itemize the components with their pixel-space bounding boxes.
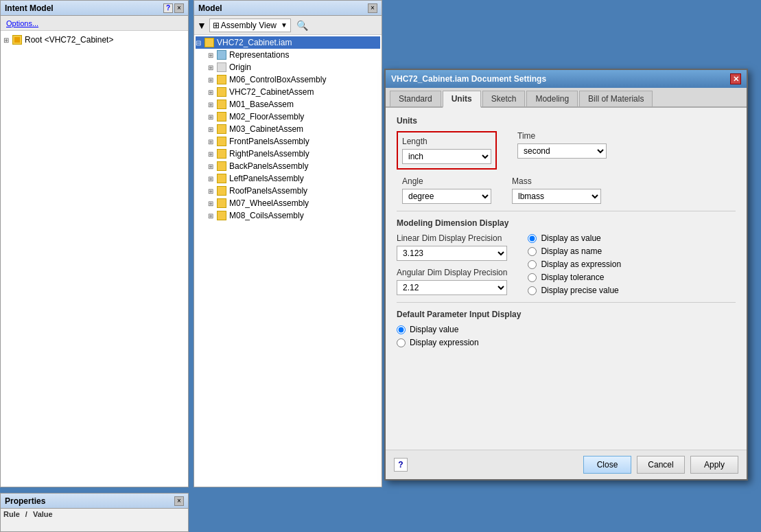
units-section-header: Units xyxy=(397,116,736,126)
document-settings-dialog: VHC72_Cabinet.iam Document Settings ✕ St… xyxy=(384,69,748,481)
cancel-btn[interactable]: Cancel xyxy=(637,456,685,474)
expand-roofpanels[interactable]: ⊞ xyxy=(208,187,216,195)
dialog-help-btn[interactable]: ? xyxy=(394,458,408,472)
options-btn[interactable]: Options... xyxy=(3,19,41,28)
wheelassembly-icon xyxy=(216,198,227,209)
tab-standard[interactable]: Standard xyxy=(390,91,441,106)
radio-display-name-label: Display as name xyxy=(541,246,602,256)
tree-item-roofpanels[interactable]: ⊞ RoofPanelsAssembly xyxy=(207,185,380,197)
tree-item-wheelassembly[interactable]: ⊞ M07_WheelAssembly xyxy=(207,197,380,209)
tree-item-rightpanels[interactable]: ⊞ RightPanelsAssembly xyxy=(207,148,380,160)
tree-item-baseassem[interactable]: ⊞ M01_BaseAssem xyxy=(207,98,380,111)
properties-titlebar: Properties × xyxy=(1,494,188,509)
tree-item-backpanels[interactable]: ⊞ BackPanelsAssembly xyxy=(207,160,380,172)
assembly-view-dropdown[interactable]: ⊞ Assembly View ▼ xyxy=(209,19,291,32)
expand-controlbox[interactable]: ⊞ xyxy=(208,76,216,84)
expand-rightpanels[interactable]: ⊞ xyxy=(208,150,216,158)
angular-dim-group: Angular Dim Display Precision 2.12 2.1 2… xyxy=(397,268,507,295)
filter-icon: ▼ xyxy=(197,20,207,31)
length-group: Length inch mm cm m ft xyxy=(397,131,497,170)
radio-display-precise: Display precise value xyxy=(528,286,621,295)
tree-item-cabinetassem2[interactable]: ⊞ M03_CabinetAssem xyxy=(207,123,380,135)
tree-item-origin[interactable]: ⊞ Origin xyxy=(207,61,380,73)
intent-model-titlebar-btns: ? × xyxy=(163,3,184,13)
dropdown-chevron-icon: ▼ xyxy=(281,21,288,29)
tree-item-controlbox[interactable]: ⊞ M06_ControlBoxAssembly xyxy=(207,73,380,86)
radio-param-value: Display value xyxy=(397,325,736,334)
radio-display-value: Display as value xyxy=(528,233,621,243)
radio-display-value-input[interactable] xyxy=(528,234,537,243)
intent-model-title: Intent Model xyxy=(5,3,54,13)
dialog-tabs: Standard Units Sketch Modeling Bill of M… xyxy=(386,88,747,108)
rule-col: Rule xyxy=(3,510,20,518)
intent-model-close-btn[interactable]: × xyxy=(174,3,184,13)
radio-display-tolerance-input[interactable] xyxy=(528,273,537,282)
time-label: Time xyxy=(517,131,607,141)
properties-close-btn[interactable]: × xyxy=(174,496,184,506)
angle-label: Angle xyxy=(402,176,491,186)
tree-expand-root[interactable]: ⊞ xyxy=(3,36,12,44)
representations-icon xyxy=(216,49,227,60)
root-label: Root <VHC72_Cabinet> xyxy=(25,35,113,45)
slash-col: / xyxy=(25,510,27,518)
tree-children: ⊞ Representations ⊞ Origin ⊞ M0 xyxy=(196,49,380,222)
radio-display-precise-input[interactable] xyxy=(528,286,537,295)
length-label: Length xyxy=(402,137,491,146)
radio-param-expression-label: Display expression xyxy=(410,338,479,347)
tree-item-root-iam[interactable]: ⊟ VHC72_Cabinet.iam xyxy=(196,36,380,49)
expand-representations[interactable]: ⊞ xyxy=(208,51,216,59)
roofpanels-label: RoofPanelsAssembly xyxy=(229,186,307,196)
radio-display-name: Display as name xyxy=(528,246,621,256)
expand-cabinetassem[interactable]: ⊞ xyxy=(208,89,216,96)
length-select[interactable]: inch mm cm m ft xyxy=(402,149,491,164)
expand-cabinetassem2[interactable]: ⊞ xyxy=(208,126,216,133)
dialog-title: VHC72_Cabinet.iam Document Settings xyxy=(391,74,546,84)
expand-frontpanels[interactable]: ⊞ xyxy=(208,138,216,146)
time-select[interactable]: second minute hour xyxy=(517,143,607,159)
baseassem-icon xyxy=(216,99,227,110)
tree-item-frontpanels[interactable]: ⊞ FrontPanelsAssembly xyxy=(207,135,380,148)
dialog-close-btn[interactable]: ✕ xyxy=(730,73,741,84)
baseassem-label: M01_BaseAssem xyxy=(229,100,294,109)
tree-item-floorassembly[interactable]: ⊞ M02_FloorAssembly xyxy=(207,111,380,123)
tree-item-leftpanels[interactable]: ⊞ LeftPanelsAssembly xyxy=(207,172,380,185)
model-panel: Model × ▼ ⊞ Assembly View ▼ 🔍 ⊟ VHC72_Ca… xyxy=(194,0,382,487)
tree-item-cabinetassem[interactable]: ⊞ VHC72_CabinetAssem xyxy=(207,86,380,98)
tree-item-representations[interactable]: ⊞ Representations xyxy=(207,49,380,61)
model-close-btn[interactable]: × xyxy=(368,3,377,13)
expand-root-iam[interactable]: ⊟ xyxy=(196,39,204,47)
radio-param-value-input[interactable] xyxy=(397,325,406,334)
tab-units[interactable]: Units xyxy=(443,91,481,108)
radio-display-expression-label: Display as expression xyxy=(541,259,621,269)
radio-param-expression-input[interactable] xyxy=(397,338,406,347)
linear-dim-select[interactable]: 3.123 3.12 3.1 3 xyxy=(397,246,507,261)
expand-floorassembly[interactable]: ⊞ xyxy=(208,113,216,121)
time-group: Time second minute hour xyxy=(517,131,607,159)
search-icon[interactable]: 🔍 xyxy=(296,20,308,31)
expand-coilsassembly[interactable]: ⊞ xyxy=(208,212,216,220)
expand-backpanels[interactable]: ⊞ xyxy=(208,163,216,170)
expand-leftpanels[interactable]: ⊞ xyxy=(208,175,216,183)
tab-modeling[interactable]: Modeling xyxy=(526,91,578,106)
tree-item-coilsassembly[interactable]: ⊞ M08_CoilsAssembly xyxy=(207,209,380,222)
apply-btn[interactable]: Apply xyxy=(690,456,738,474)
angle-select[interactable]: degree radian xyxy=(402,189,491,204)
angular-dim-select[interactable]: 2.12 2.1 2 2.123 xyxy=(397,280,507,295)
expand-origin[interactable]: ⊞ xyxy=(208,64,216,71)
root-icon xyxy=(12,34,23,45)
close-btn[interactable]: Close xyxy=(583,456,631,474)
mass-select[interactable]: lbmass kg g xyxy=(512,189,601,204)
radio-display-name-input[interactable] xyxy=(528,247,537,256)
tree-root-item[interactable]: ⊞ Root <VHC72_Cabinet> xyxy=(3,34,185,46)
angle-group: Angle degree radian xyxy=(397,176,491,204)
representations-label: Representations xyxy=(229,50,289,60)
tab-sketch[interactable]: Sketch xyxy=(482,91,526,106)
radio-display-expression-input[interactable] xyxy=(528,260,537,269)
tab-bill-of-materials[interactable]: Bill of Materials xyxy=(579,91,653,106)
leftpanels-label: LeftPanelsAssembly xyxy=(229,174,304,183)
expand-baseassem[interactable]: ⊞ xyxy=(208,101,216,108)
expand-wheelassembly[interactable]: ⊞ xyxy=(208,200,216,207)
properties-content: Rule / Value xyxy=(1,509,188,520)
intent-model-help-btn[interactable]: ? xyxy=(163,3,173,13)
root-iam-label: VHC72_Cabinet.iam xyxy=(217,38,292,47)
